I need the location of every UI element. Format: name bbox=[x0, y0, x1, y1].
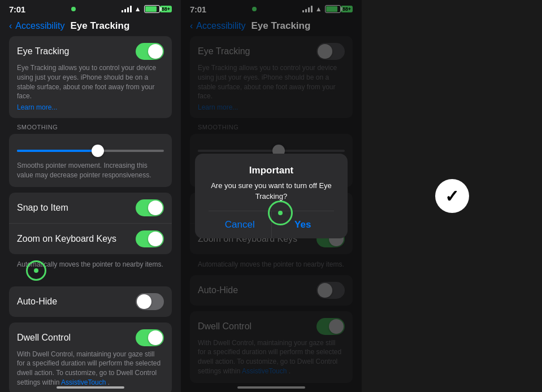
smoothing-desc-1: Smooths pointer movement. Increasing thi… bbox=[17, 161, 164, 180]
modal-overlay: Important Are you sure you want to turn … bbox=[181, 0, 362, 392]
signal-icon-1 bbox=[122, 6, 132, 12]
eye-tracking-desc-1: Eye Tracking allows you to control your … bbox=[17, 63, 164, 101]
right-panel: ✓ bbox=[362, 0, 542, 392]
learn-more-1[interactable]: Learn more... bbox=[17, 103, 164, 111]
snap-zoom-group-1: Snap to Item Zoom on Keyboard Keys bbox=[9, 193, 172, 254]
smoothing-slider-1[interactable] bbox=[17, 145, 164, 156]
snap-to-item-row-1: Snap to Item bbox=[9, 193, 172, 223]
auto-hide-label-1: Auto-Hide bbox=[17, 297, 57, 307]
zoom-keyboard-toggle-1[interactable] bbox=[136, 230, 164, 247]
dwell-control-label-1: Dwell Control bbox=[17, 333, 71, 343]
auto-move-note-1: Automatically moves the pointer to nearb… bbox=[9, 260, 172, 269]
checkmark-icon: ✓ bbox=[445, 186, 459, 206]
status-time-1: 7:01 bbox=[9, 5, 25, 14]
wifi-icon-1: ▲ bbox=[135, 5, 141, 13]
status-icons-1: ▲ 88+ bbox=[122, 5, 172, 13]
home-indicator-1 bbox=[57, 386, 124, 389]
snap-to-item-label-1: Snap to Item bbox=[17, 203, 68, 213]
nav-bar-1: ‹ Accessibility Eye Tracking bbox=[0, 17, 181, 36]
snap-to-item-toggle-1[interactable] bbox=[136, 199, 164, 216]
battery-container-1: 88+ bbox=[144, 5, 172, 13]
modal-title: Important bbox=[209, 165, 334, 176]
modal: Important Are you sure you want to turn … bbox=[195, 154, 348, 238]
status-bar-1: 7:01 ▲ 88+ bbox=[0, 0, 181, 17]
battery-1 bbox=[144, 5, 160, 13]
zoom-keyboard-label-1: Zoom on Keyboard Keys bbox=[17, 234, 116, 244]
modal-dialog: Important Are you sure you want to turn … bbox=[195, 154, 348, 238]
cursor-indicator-1 bbox=[26, 260, 46, 281]
assistive-touch-link-1[interactable]: AssistiveTouch bbox=[61, 378, 106, 386]
eye-tracking-toggle-1[interactable] bbox=[136, 43, 164, 60]
battery-badge-1: 88+ bbox=[160, 6, 172, 12]
smoothing-label-1: SMOOTHING bbox=[9, 124, 172, 130]
cursor-indicator-2 bbox=[268, 201, 293, 225]
auto-hide-group-1: Auto-Hide bbox=[9, 286, 172, 317]
eye-tracking-card-1: Eye Tracking Eye Tracking allows you to … bbox=[9, 36, 172, 118]
checkmark-circle: ✓ bbox=[435, 179, 469, 213]
eye-tracking-label-1: Eye Tracking bbox=[17, 46, 69, 56]
auto-hide-row-1: Auto-Hide bbox=[9, 286, 172, 317]
phone-panel-2: 7:01 ▲ 88+ ‹ Accessibility Eye Tracking bbox=[181, 0, 362, 392]
smoothing-card-1: Smooths pointer movement. Increasing thi… bbox=[9, 134, 172, 187]
content-1: Eye Tracking Eye Tracking allows you to … bbox=[0, 36, 181, 392]
auto-hide-toggle-1[interactable] bbox=[136, 293, 164, 310]
dwell-control-desc-1: With Dwell Control, maintaining your gaz… bbox=[17, 350, 164, 387]
zoom-keyboard-row-1: Zoom on Keyboard Keys bbox=[9, 223, 172, 254]
modal-message: Are you sure you want to turn off Eye Tr… bbox=[209, 181, 334, 201]
nav-title-1: Eye Tracking bbox=[70, 20, 129, 32]
modal-cancel-button[interactable]: Cancel bbox=[209, 211, 271, 238]
nav-back-text-1[interactable]: Accessibility bbox=[15, 21, 64, 31]
green-dot-1 bbox=[71, 7, 76, 11]
dwell-control-toggle-1[interactable] bbox=[136, 329, 164, 346]
phone-panel-1: 7:01 ▲ 88+ ‹ Accessibility Eye Tracking bbox=[0, 0, 181, 392]
back-arrow-1[interactable]: ‹ bbox=[9, 21, 12, 31]
dwell-control-card-1: Dwell Control With Dwell Control, mainta… bbox=[9, 323, 172, 392]
